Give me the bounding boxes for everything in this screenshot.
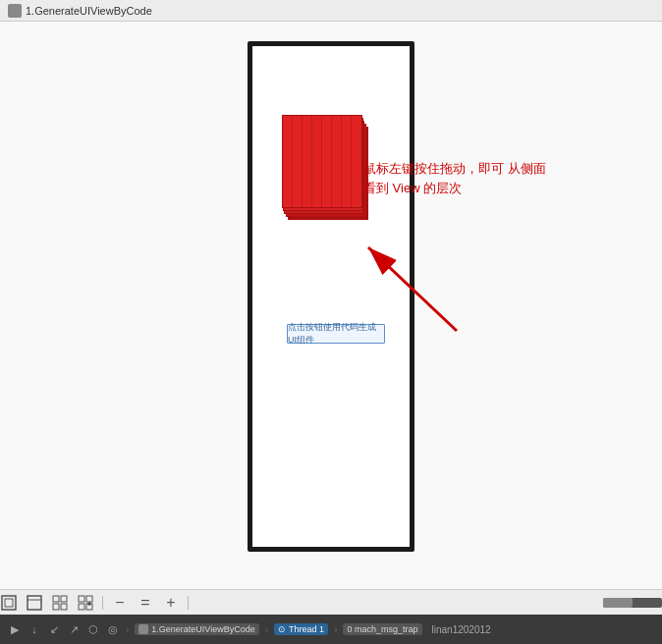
- frame2-icon[interactable]: [26, 594, 43, 612]
- thread-label: Thread 1: [289, 624, 324, 634]
- status-bar: ▶ ↓ ↙ ↗ ⬡ ◎ › 1.GenerateUIViewByCode › ⊙…: [0, 615, 662, 644]
- step-over-button[interactable]: ↓: [28, 622, 41, 636]
- status-sep2: ›: [265, 624, 268, 635]
- svg-rect-12: [79, 604, 84, 610]
- annotation-text: 鼠标左键按住拖动，即可 从侧面 看到 View 的层次: [363, 159, 560, 197]
- zoom-slider[interactable]: [603, 598, 662, 608]
- thread-icon: ⊙: [278, 624, 286, 634]
- main-area: 点击按钮使用代码生成UI组件 鼠标左键按住拖动，即可 从侧面 看到 View 的…: [0, 22, 662, 589]
- location-button[interactable]: ◎: [106, 622, 120, 636]
- status-sep3: ›: [334, 624, 337, 635]
- toolbar-divider-1: [102, 596, 103, 610]
- svg-rect-10: [79, 596, 84, 602]
- svg-rect-2: [2, 596, 16, 610]
- zoom-out-icon[interactable]: −: [111, 594, 129, 612]
- step-in-button[interactable]: ↙: [47, 622, 61, 636]
- breakpoints-button[interactable]: ⬡: [86, 622, 100, 636]
- grid-icon[interactable]: [51, 594, 69, 612]
- svg-rect-3: [5, 599, 13, 607]
- top-bar: 1.GenerateUIViewByCode: [0, 0, 662, 22]
- step-out-button[interactable]: ↗: [67, 622, 81, 636]
- zoom-slider-fill: [603, 598, 633, 608]
- zoom-in-icon[interactable]: +: [162, 594, 180, 612]
- svg-rect-7: [61, 596, 67, 602]
- red-3d-view: [282, 115, 370, 223]
- toolbar-divider-2: [188, 596, 189, 610]
- project-badge[interactable]: 1.GenerateUIViewByCode: [135, 623, 258, 635]
- project-label: 1.GenerateUIViewByCode: [151, 624, 254, 634]
- top-bar-title: 1.GenerateUIViewByCode: [26, 5, 152, 17]
- file-icon: [8, 4, 22, 18]
- generate-ui-button[interactable]: 点击按钮使用代码生成UI组件: [287, 324, 385, 344]
- svg-rect-11: [86, 596, 92, 602]
- user-label: linan1202012: [432, 624, 491, 635]
- red-layer-front: [282, 115, 362, 208]
- svg-rect-9: [61, 604, 67, 610]
- status-sep1: ›: [126, 624, 129, 635]
- simulator-device: 点击按钮使用代码生成UI组件: [248, 41, 414, 552]
- play-button[interactable]: ▶: [8, 622, 22, 636]
- thread-badge[interactable]: ⊙ Thread 1: [274, 623, 328, 635]
- svg-rect-8: [53, 604, 59, 610]
- frame-icon[interactable]: [0, 594, 18, 612]
- annotation-container: 鼠标左键按住拖动，即可 从侧面 看到 View 的层次: [363, 159, 560, 197]
- plus-grid-icon[interactable]: [77, 594, 94, 612]
- project-icon: [138, 624, 148, 634]
- zoom-reset-icon[interactable]: =: [137, 594, 154, 612]
- mach-msg-label: 0 mach_msg_trap: [347, 624, 417, 634]
- bottom-toolbar: − = +: [0, 589, 662, 615]
- svg-rect-6: [53, 596, 59, 602]
- mach-msg-badge[interactable]: 0 mach_msg_trap: [343, 623, 421, 635]
- svg-rect-4: [28, 596, 41, 610]
